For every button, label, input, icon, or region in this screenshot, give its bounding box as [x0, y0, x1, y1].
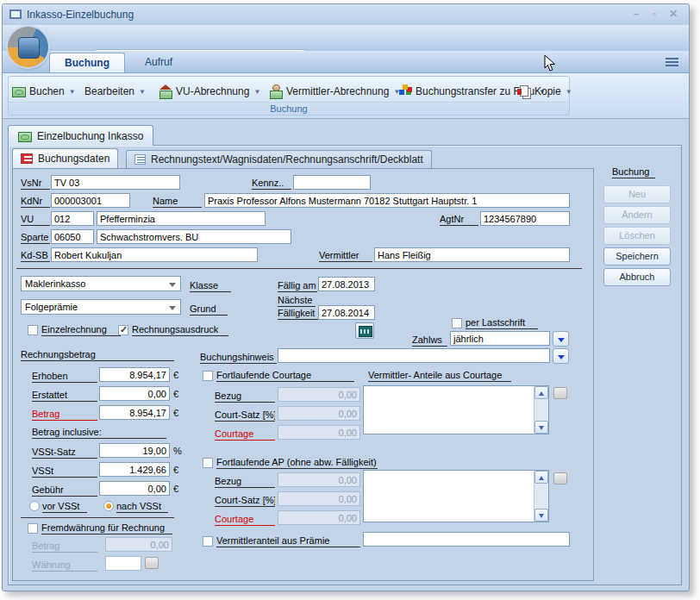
- kdnr-field[interactable]: [51, 193, 130, 208]
- table-grid-icon: [21, 153, 33, 164]
- ap-courtage-label: Courtage: [215, 514, 275, 526]
- name-label: Name: [153, 196, 202, 208]
- ribbon-tab-buchung[interactable]: Buchung: [49, 53, 125, 72]
- betrag-unit: €: [173, 408, 178, 418]
- kdsb-label: Kd-SB: [21, 250, 50, 262]
- zahlws-field[interactable]: [450, 331, 550, 346]
- aendern-button: Ändern: [603, 206, 671, 224]
- vermittleranteil-field[interactable]: [363, 532, 570, 547]
- sparte-nr-field[interactable]: [51, 229, 94, 244]
- ribbon-group-label: Buchung: [9, 102, 569, 115]
- name-field[interactable]: [204, 193, 570, 208]
- menu-icon[interactable]: [666, 58, 678, 68]
- speichern-button[interactable]: Speichern: [603, 247, 671, 266]
- app-logo[interactable]: [8, 27, 48, 67]
- ap-bezug-label: Bezug: [215, 476, 275, 488]
- fw-betrag-field: [105, 537, 172, 552]
- vermittler-field[interactable]: [374, 247, 570, 262]
- maximize-button[interactable]: ▫: [647, 8, 662, 21]
- vermittler-anteile-listbox[interactable]: [363, 385, 549, 434]
- vsnr-field[interactable]: [51, 175, 180, 190]
- scrollbar[interactable]: [534, 386, 548, 434]
- list-icon: [134, 154, 146, 165]
- vermittler-label: Vermittler: [319, 250, 372, 262]
- chevron-down-icon: ▼: [139, 88, 146, 96]
- kennz-field[interactable]: [293, 175, 371, 190]
- nach-vsst-radio[interactable]: [103, 501, 114, 511]
- betrag-field[interactable]: [99, 405, 170, 420]
- erhoben-label: Erhoben: [32, 371, 97, 383]
- close-button[interactable]: ✕: [666, 8, 681, 21]
- faellig-am-field[interactable]: [318, 277, 375, 291]
- grund-label: Grund: [190, 303, 228, 316]
- gebuehr-field[interactable]: [99, 481, 170, 496]
- ap-anteile-listbox[interactable]: [363, 470, 549, 522]
- fw-waehrung-lookup-button[interactable]: [145, 557, 159, 569]
- rechnungsausdruck-checkbox[interactable]: [118, 325, 128, 335]
- klasse-label: Klasse: [190, 280, 231, 292]
- vermittleranteil-label: Vermittleranteil aus Prämie: [216, 535, 360, 547]
- tab-buchungsdaten[interactable]: Buchungsdaten: [12, 148, 118, 168]
- fortlaufende-ap-checkbox[interactable]: [203, 458, 213, 468]
- kdsb-field[interactable]: [51, 247, 258, 262]
- kopie-button[interactable]: Kopie ▼: [517, 83, 572, 100]
- tab-rechnungstext[interactable]: Rechnungstext/Wagnisdaten/Rechnungsansch…: [126, 150, 432, 168]
- vsst-satz-field[interactable]: [99, 443, 170, 458]
- courtage-satz-field: [278, 406, 360, 421]
- scroll-up-icon[interactable]: [534, 471, 548, 484]
- tab-einzelbuchung-inkasso[interactable]: Einzelbuchung Inkasso: [8, 125, 153, 146]
- agtnr-field[interactable]: [480, 211, 570, 226]
- banknote-icon: [18, 129, 32, 143]
- agtnr-label: AgtNr: [440, 214, 478, 226]
- courtage-anteile-button[interactable]: [553, 387, 567, 399]
- fortlaufende-courtage-checkbox[interactable]: [203, 371, 213, 381]
- scroll-down-icon[interactable]: [534, 509, 548, 522]
- fw-waehrung-field[interactable]: [105, 556, 141, 571]
- scrollbar[interactable]: [534, 471, 548, 522]
- naechste-label: Nächste: [278, 295, 316, 307]
- naechste-faelligkeit-field[interactable]: [318, 305, 375, 320]
- bearbeiten-button[interactable]: Bearbeiten ▼: [84, 83, 146, 100]
- zahlws-dropdown-button[interactable]: [553, 331, 569, 347]
- rechnungsbetrag-heading: Rechnungsbetrag: [21, 349, 174, 361]
- divider: [16, 268, 582, 269]
- abbruch-button[interactable]: Abbruch: [603, 268, 671, 286]
- erstattet-field[interactable]: [99, 386, 170, 401]
- courtage-bezug-label: Bezug: [215, 391, 275, 403]
- courtage-bezug-field: [278, 387, 360, 402]
- buchen-button[interactable]: Buchen ▼: [12, 83, 76, 100]
- app-icon: [9, 9, 22, 19]
- per-lastschrift-checkbox[interactable]: [452, 318, 462, 328]
- gebuehr-label: Gebühr: [32, 484, 97, 497]
- faellig-am-label: Fällig am: [278, 280, 317, 292]
- copy-icon: [517, 84, 531, 98]
- vermittler-abrechnung-button[interactable]: Vermittler-Abrechnung ▼: [269, 83, 400, 100]
- buchungsdaten-tab-label: Buchungsdaten: [38, 153, 109, 165]
- vor-vsst-radio[interactable]: [29, 501, 40, 511]
- ap-satz-field: [278, 491, 360, 506]
- vermittleranteil-checkbox[interactable]: [203, 536, 213, 547]
- mouse-cursor: [544, 54, 557, 72]
- vu-name-field[interactable]: [97, 211, 266, 226]
- main-area: Einzelbuchung Inkasso Buchungsdaten Rech…: [3, 119, 689, 591]
- calculator-button[interactable]: [355, 322, 374, 339]
- fremdwaehrung-checkbox[interactable]: [28, 523, 38, 534]
- klasse-combobox[interactable]: Maklerinkasso: [21, 276, 181, 291]
- vu-nr-field[interactable]: [51, 211, 94, 226]
- betrag-label: Betrag: [32, 409, 97, 421]
- kopie-label: Kopie: [534, 85, 561, 97]
- scroll-down-icon[interactable]: [534, 421, 548, 434]
- ribbon-tab-aufruf[interactable]: Aufruf: [130, 53, 187, 72]
- buchungshinweis-field[interactable]: [278, 348, 550, 363]
- minimize-button[interactable]: –: [628, 8, 644, 21]
- buchungshinweis-dropdown-button[interactable]: [553, 348, 569, 364]
- ap-anteile-button[interactable]: [553, 472, 567, 484]
- vu-abrechnung-button[interactable]: VU-Abrechnung ▼: [159, 83, 260, 100]
- grund-combobox[interactable]: Folgeprämie: [21, 299, 181, 315]
- erhoben-field[interactable]: [99, 367, 170, 382]
- scroll-up-icon[interactable]: [534, 386, 548, 399]
- einzelrechnung-checkbox[interactable]: [28, 325, 38, 335]
- sparte-name-field[interactable]: [97, 229, 291, 244]
- vsst-field[interactable]: [99, 462, 170, 477]
- zahlws-label: Zahlws: [412, 334, 447, 347]
